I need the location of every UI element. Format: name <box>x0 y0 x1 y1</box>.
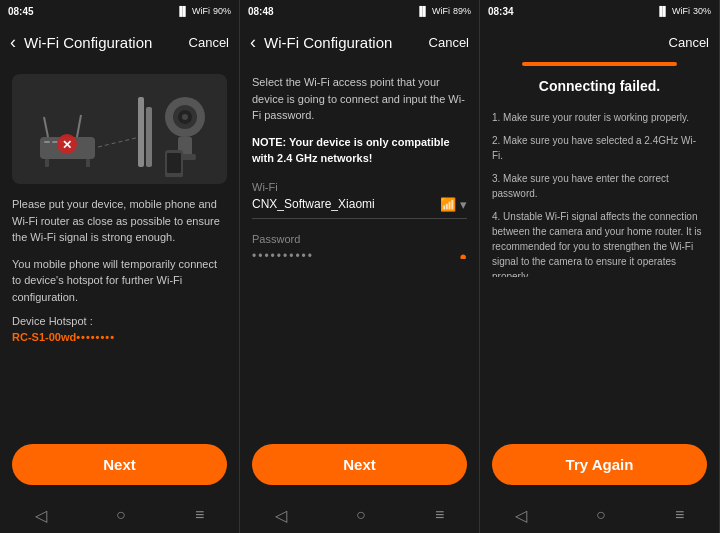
wifi-select-row[interactable]: CNX_Software_Xiaomi 📶 ▾ <box>252 197 467 219</box>
home-nav-btn-1[interactable]: ○ <box>104 502 138 528</box>
cancel-button-3[interactable]: Cancel <box>669 35 709 50</box>
password-row: •••••••••• ● <box>252 249 467 260</box>
wifi-setup-image: ✕ <box>12 74 227 184</box>
cancel-button-1[interactable]: Cancel <box>189 35 229 50</box>
connecting-failed-title: Connecting failed. <box>492 78 707 94</box>
battery-1: 90% <box>213 6 231 16</box>
svg-point-16 <box>182 114 188 120</box>
wifi-status-1: WiFi <box>192 6 210 16</box>
wifi-form: Select the Wi-Fi access point that your … <box>252 74 467 259</box>
panel-content-2: Select the Wi-Fi access point that your … <box>240 62 479 497</box>
setup-illustration: ✕ <box>30 82 210 177</box>
svg-text:✕: ✕ <box>62 138 72 152</box>
status-bar-1: 08:45 ▐▌ WiFi 90% <box>0 0 239 22</box>
description-text-1: Please put your device, mobile phone and… <box>12 196 227 246</box>
panel-content-1: ✕ Please put your device, mobile ph <box>0 62 239 497</box>
back-button-2[interactable]: ‹ <box>250 32 256 53</box>
svg-rect-1 <box>44 141 50 143</box>
panel-2: 08:48 ▐▌ WiFi 89% ‹ Wi-Fi Configuration … <box>240 0 480 533</box>
panel-content-3: Connecting failed. 1. Make sure your rou… <box>480 66 719 497</box>
back-button-1[interactable]: ‹ <box>10 32 16 53</box>
panel-1: 08:45 ▐▌ WiFi 90% ‹ Wi-Fi Configuration … <box>0 0 240 533</box>
wifi-status-3: WiFi <box>672 6 690 16</box>
back-nav-btn-3[interactable]: ◁ <box>503 502 539 529</box>
tip-1: 1. Make sure your router is working prop… <box>492 110 707 125</box>
signal-icon-2: ▐▌ <box>416 6 429 16</box>
top-nav-2: ‹ Wi-Fi Configuration Cancel <box>240 22 479 62</box>
top-nav-3: Cancel <box>480 22 719 62</box>
svg-line-10 <box>98 137 140 147</box>
tip-3: 3. Make sure you have enter the correct … <box>492 171 707 201</box>
time-2: 08:48 <box>248 6 274 17</box>
cancel-button-2[interactable]: Cancel <box>429 35 469 50</box>
bottom-nav-2: ◁ ○ ≡ <box>240 497 479 533</box>
chevron-down-icon: ▾ <box>460 197 467 212</box>
svg-rect-6 <box>45 159 49 167</box>
tip-2: 2. Make sure you have selected a 2.4GHz … <box>492 133 707 163</box>
bottom-nav-1: ◁ ○ ≡ <box>0 497 239 533</box>
password-label: Password <box>252 233 467 245</box>
wifi-status-2: WiFi <box>432 6 450 16</box>
battery-2: 89% <box>453 6 471 16</box>
wifi-icons: 📶 ▾ <box>440 197 467 212</box>
hotspot-value: RC-S1-00wd•••••••• <box>12 331 227 343</box>
svg-rect-7 <box>86 159 90 167</box>
intro-text: Select the Wi-Fi access point that your … <box>252 74 467 124</box>
svg-line-4 <box>44 117 48 137</box>
home-nav-btn-2[interactable]: ○ <box>344 502 378 528</box>
status-bar-3: 08:34 ▐▌ WiFi 30% <box>480 0 719 22</box>
home-nav-btn-3[interactable]: ○ <box>584 502 618 528</box>
status-bar-2: 08:48 ▐▌ WiFi 89% <box>240 0 479 22</box>
wifi-network-value: CNX_Software_Xiaomi <box>252 197 440 211</box>
wifi-signal-icon: 📶 <box>440 197 456 212</box>
status-icons-1: ▐▌ WiFi 90% <box>176 6 231 16</box>
nav-title-1: Wi-Fi Configuration <box>24 34 189 51</box>
menu-nav-btn-2[interactable]: ≡ <box>423 502 456 528</box>
panel-3: 08:34 ▐▌ WiFi 30% Cancel Connecting fail… <box>480 0 720 533</box>
time-3: 08:34 <box>488 6 514 17</box>
wifi-label: Wi-Fi <box>252 181 467 193</box>
time-1: 08:45 <box>8 6 34 17</box>
bottom-nav-3: ◁ ○ ≡ <box>480 497 719 533</box>
menu-nav-btn-1[interactable]: ≡ <box>183 502 216 528</box>
svg-rect-20 <box>167 153 181 173</box>
svg-rect-11 <box>138 97 144 167</box>
status-icons-2: ▐▌ WiFi 89% <box>416 6 471 16</box>
menu-nav-btn-3[interactable]: ≡ <box>663 502 696 528</box>
signal-icon-3: ▐▌ <box>656 6 669 16</box>
try-again-button[interactable]: Try Again <box>492 444 707 485</box>
back-nav-btn-1[interactable]: ◁ <box>23 502 59 529</box>
description-text-2: You mobile phone will temporarily connec… <box>12 256 227 306</box>
back-nav-btn-2[interactable]: ◁ <box>263 502 299 529</box>
hotspot-label: Device Hotspot : <box>12 315 227 327</box>
status-icons-3: ▐▌ WiFi 30% <box>656 6 711 16</box>
battery-3: 30% <box>693 6 711 16</box>
tip-4: 4. Unstable Wi-Fi signal affects the con… <box>492 209 707 277</box>
nav-title-2: Wi-Fi Configuration <box>264 34 429 51</box>
password-field[interactable]: •••••••••• <box>252 249 459 259</box>
tips-list: 1. Make sure your router is working prop… <box>492 110 707 277</box>
eye-icon[interactable]: ● <box>459 249 467 260</box>
svg-line-5 <box>77 115 81 137</box>
next-button-2[interactable]: Next <box>252 444 467 485</box>
top-nav-1: ‹ Wi-Fi Configuration Cancel <box>0 22 239 62</box>
svg-rect-12 <box>146 107 152 167</box>
signal-icon-1: ▐▌ <box>176 6 189 16</box>
next-button-1[interactable]: Next <box>12 444 227 485</box>
note-text: NOTE: Your device is only compatible wit… <box>252 134 467 167</box>
